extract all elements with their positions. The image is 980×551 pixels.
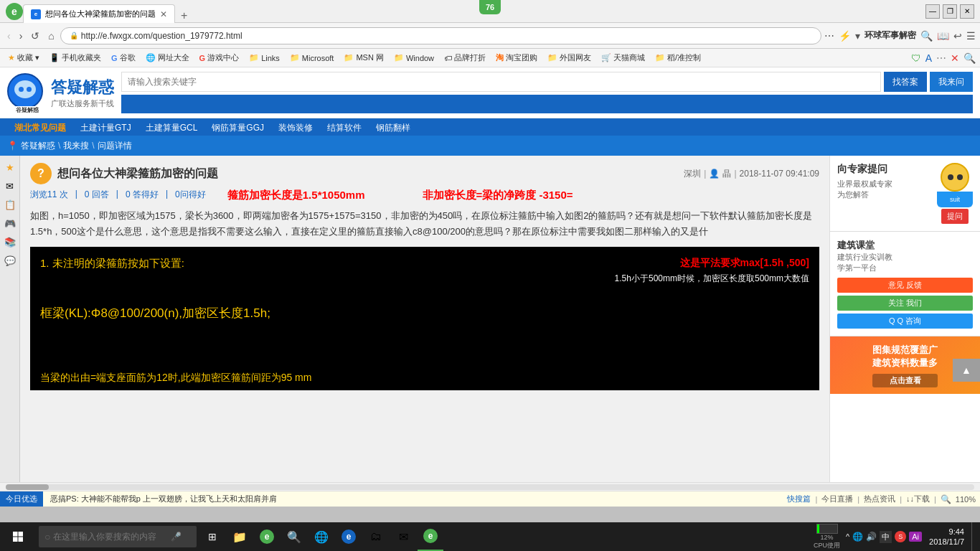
- bookmark-google[interactable]: G谷歌: [108, 51, 139, 65]
- question-body-text: 如图，h=1050，即加密区域为1575，梁长为3600，即两端加密各为1575…: [30, 210, 812, 237]
- ticker-search-icon[interactable]: 🔍: [941, 494, 951, 504]
- bookmark-window[interactable]: 📁Window: [390, 52, 438, 64]
- sidebar-icon-games[interactable]: 🎮: [1, 215, 19, 232]
- ad-button[interactable]: 点击查看: [872, 374, 938, 387]
- zoom-level[interactable]: 110%: [956, 495, 976, 504]
- close-bookmark-icon[interactable]: ✕: [951, 52, 959, 64]
- taskbar-search[interactable]: ○ 🎤: [39, 526, 197, 547]
- ime-zh[interactable]: 中: [880, 531, 892, 543]
- scrollbar-track[interactable]: [6, 484, 974, 490]
- ticker-down[interactable]: ↓↓下载: [906, 494, 930, 504]
- find-answer-button[interactable]: 找答案: [884, 72, 927, 92]
- menu-icon[interactable]: ☰: [966, 30, 976, 42]
- ticker-kuai[interactable]: 快搜篇: [787, 494, 811, 504]
- file-explorer-button[interactable]: 📁: [227, 522, 253, 551]
- bookmark-control[interactable]: 📁稻/准控制: [651, 51, 705, 65]
- browser-button[interactable]: e: [254, 522, 280, 551]
- back-arrow-icon[interactable]: ↩: [953, 30, 962, 42]
- scrollbar-thumb[interactable]: [6, 484, 49, 490]
- divider-pipe2: |: [116, 189, 118, 202]
- home-button[interactable]: ⌂: [45, 29, 57, 43]
- search-taskbar-icon: 🔍: [287, 530, 301, 544]
- search-icon[interactable]: 🔍: [920, 30, 933, 42]
- nav-tab-rebar[interactable]: 钢筋翻样: [369, 118, 418, 137]
- bookmark-tmall[interactable]: 🛒天猫商城: [598, 51, 649, 65]
- back-button[interactable]: ‹: [4, 29, 14, 43]
- network-tray-icon[interactable]: 🌐: [852, 532, 863, 542]
- bookmark-brands[interactable]: 🏷品牌打折: [440, 51, 489, 65]
- mic-icon[interactable]: 🎤: [171, 532, 182, 542]
- search-taskbar-button[interactable]: 🔍: [281, 522, 307, 551]
- bookmark-microsoft[interactable]: 📁Microsoft: [286, 52, 338, 64]
- ask-expert-button[interactable]: 提问: [941, 209, 969, 224]
- bookmark-icon2[interactable]: ⋯: [936, 52, 946, 64]
- good-answers[interactable]: 0 答得好: [126, 189, 159, 202]
- tab-area: e 想问各位大神梁箍筋加密的问题 ✕ +: [23, 0, 925, 22]
- answers-count[interactable]: 0 回答: [85, 189, 109, 202]
- dropdown-icon: ▾: [855, 30, 860, 42]
- edge-button[interactable]: e: [336, 522, 362, 551]
- bookmark-games[interactable]: G游戏中心: [196, 51, 243, 65]
- mail-button[interactable]: ✉: [390, 522, 416, 551]
- search-input[interactable]: [121, 72, 881, 92]
- question-area: ? 想问各位大神梁箍筋加密的问题 深圳 | 👤 晶 | 2018-11-07 0…: [20, 156, 829, 247]
- helpful-count[interactable]: 0问得好: [175, 189, 206, 202]
- sougou-icon[interactable]: S: [895, 531, 906, 542]
- window-close-button[interactable]: ✕: [960, 4, 974, 19]
- bookmark-taobao[interactable]: 淘淘宝团购: [492, 51, 541, 65]
- nav-tab-settlement[interactable]: 结算软件: [320, 118, 369, 137]
- sidebar-icon-chat[interactable]: 💬: [1, 252, 19, 269]
- sidebar-icon-mail[interactable]: ✉: [1, 177, 19, 194]
- window-minimize-button[interactable]: —: [925, 4, 940, 19]
- nav-tab-ggj[interactable]: 钢筋算量GGJ: [204, 118, 271, 137]
- reading-mode-icon[interactable]: 📖: [937, 30, 949, 42]
- nav-tab-gtj[interactable]: 土建计量GTJ: [73, 118, 138, 137]
- task-view-button[interactable]: ⊞: [199, 522, 225, 551]
- active-browser-button[interactable]: e: [418, 522, 443, 551]
- feedback-button[interactable]: 意见 反馈: [837, 278, 973, 293]
- nav-tab-decoration[interactable]: 装饰装修: [271, 118, 320, 137]
- bookmark-mobile[interactable]: 📱手机收藏夹: [46, 51, 105, 65]
- ie-button[interactable]: 🌐: [308, 522, 334, 551]
- volume-tray-icon[interactable]: 🔊: [866, 532, 877, 542]
- search-bookmark-icon[interactable]: 🔍: [963, 52, 976, 64]
- breadcrumb-current: 问题详情: [98, 140, 132, 152]
- up-arrow-tray[interactable]: ^: [846, 532, 849, 541]
- ticker-live-btn[interactable]: 今日直播: [821, 494, 853, 504]
- bookmark-sites[interactable]: 🌐网址大全: [142, 51, 193, 65]
- ticker-hot[interactable]: 热点资讯: [864, 494, 895, 504]
- scroll-top-button[interactable]: ▲: [953, 359, 980, 382]
- ask-question-button[interactable]: 我来问: [930, 72, 973, 92]
- bookmark-links[interactable]: 📁Links: [245, 52, 283, 64]
- meta-divider2: |: [734, 169, 736, 179]
- bookmark-msn[interactable]: 📁MSN 网: [340, 51, 387, 65]
- forward-button[interactable]: ›: [17, 29, 26, 43]
- show-desktop-button[interactable]: [971, 522, 976, 551]
- refresh-button[interactable]: ↺: [28, 29, 42, 43]
- close-tab-button[interactable]: ✕: [160, 9, 167, 19]
- sidebar-icon-docs[interactable]: 📋: [1, 196, 19, 213]
- bookmark-foreign[interactable]: 📁外国网友: [544, 51, 595, 65]
- sidebar-icon-star[interactable]: ★: [1, 159, 19, 176]
- breadcrumb-home[interactable]: 答疑解惑: [21, 140, 55, 152]
- bookmark-favorites[interactable]: ★收藏▾: [4, 51, 43, 65]
- new-tab-button[interactable]: +: [175, 9, 193, 22]
- question-icon: ?: [30, 163, 52, 184]
- nav-tab-hubei[interactable]: 湖北常见问题: [7, 118, 73, 137]
- nav-tab-gcl[interactable]: 土建算量GCL: [138, 118, 205, 137]
- follow-button[interactable]: 关注 我们: [837, 296, 973, 311]
- window-restore-button[interactable]: ❐: [943, 4, 957, 19]
- qq-button[interactable]: Q Q 咨询: [837, 314, 973, 329]
- address-field[interactable]: 🔒 http://e.fwxgx.com/question_1979772.ht…: [60, 27, 821, 44]
- horizontal-scrollbar[interactable]: [0, 482, 980, 491]
- windows-icon: [12, 531, 24, 542]
- tab-title: 想问各位大神梁箍筋加密的问题: [45, 9, 156, 19]
- sidebar-icon-book[interactable]: 📚: [1, 233, 19, 250]
- active-tab[interactable]: e 想问各位大神梁箍筋加密的问题 ✕: [23, 4, 175, 23]
- taskbar-search-input[interactable]: [53, 532, 168, 542]
- ai-label[interactable]: Ai: [909, 532, 922, 542]
- start-button[interactable]: [0, 522, 36, 551]
- system-clock[interactable]: 9:44 2018/11/7: [925, 527, 969, 547]
- windows-explorer-button[interactable]: 🗂: [363, 522, 389, 551]
- breadcrumb-search[interactable]: 我来搜: [63, 140, 89, 152]
